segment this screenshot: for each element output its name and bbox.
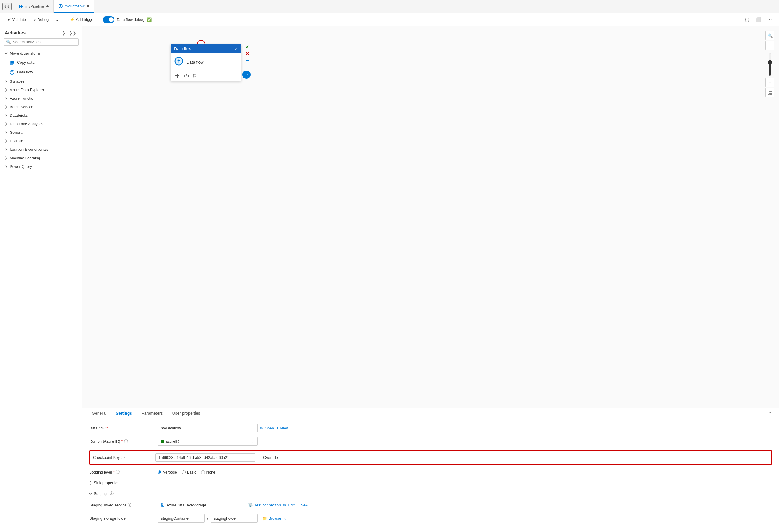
logging-basic-option[interactable]: Basic — [182, 470, 196, 474]
settings-collapse-button[interactable]: ⌃ — [766, 410, 774, 417]
test-connection-button[interactable]: 📡 Test connection — [248, 503, 281, 507]
data-flow-node[interactable]: Data flow ↗ Data flow — [171, 44, 241, 81]
override-checkbox[interactable] — [258, 456, 261, 459]
staging-info-icon[interactable]: ⓘ — [110, 491, 114, 496]
staging-label: Staging — [94, 491, 107, 496]
sidebar-item-data-flow[interactable]: Data flow ☰ — [0, 67, 82, 77]
tab-parameters[interactable]: Parameters — [137, 408, 167, 419]
toolbar-more-button[interactable]: ⋯ — [765, 15, 774, 24]
debug-label: Debug — [37, 17, 49, 22]
run-on-status-dot — [161, 440, 164, 443]
staging-linked-service-label: Staging linked service ⓘ — [89, 503, 154, 508]
debug-icon: ▷ — [33, 17, 36, 22]
layout-button[interactable]: ⬜ — [753, 15, 764, 24]
sidebar-section-ade-header[interactable]: ❯ Azure Data Explorer — [0, 85, 82, 94]
staging-header[interactable]: ❯ Staging ⓘ — [89, 490, 772, 497]
checkpoint-key-row: Checkpoint Key ⓘ Override — [89, 450, 772, 465]
browse-label: Browse — [268, 516, 281, 521]
canvas-search-button[interactable]: 🔍 — [766, 31, 774, 40]
browse-button[interactable]: 📁 Browse — [262, 516, 281, 521]
settings-panel: General Settings Parameters User propert… — [82, 408, 779, 532]
staging-select-chevron-icon: ⌄ — [240, 503, 243, 507]
sidebar-section-db-header[interactable]: ❯ Databricks — [0, 111, 82, 120]
sidebar-section-general-header[interactable]: ❯ General — [0, 128, 82, 137]
tab-user-properties[interactable]: User properties — [167, 408, 205, 419]
node-open-icon[interactable]: ↗ — [234, 47, 238, 51]
sidebar-section-general-label: General — [10, 130, 23, 135]
sidebar-item-data-flow-label: Data flow — [17, 70, 33, 74]
tab-pipeline[interactable]: myPipeline — [14, 0, 54, 13]
logging-info-icon[interactable]: ⓘ — [116, 469, 120, 475]
node-copy-button[interactable]: ⎘ — [193, 73, 197, 79]
data-flow-open-button[interactable]: ✏ Open — [260, 426, 274, 430]
sink-properties-header[interactable]: ❯ Sink properties — [89, 479, 772, 486]
sidebar-section-pq-header[interactable]: ❯ Power Query — [0, 162, 82, 171]
sidebar-section-af-header[interactable]: ❯ Azure Function — [0, 94, 82, 103]
node-arrow-button[interactable]: → — [242, 71, 250, 79]
checkpoint-info-icon[interactable]: ⓘ — [121, 455, 125, 460]
canvas-zoom-in-button[interactable]: + — [766, 41, 774, 50]
logging-level-label-text: Logging level — [89, 470, 112, 474]
dataflow-debug-toggle[interactable] — [103, 16, 114, 23]
search-input[interactable] — [13, 40, 76, 44]
chevron-db-icon: ❯ — [5, 114, 7, 117]
data-flow-select[interactable]: myDataflow ⌄ — [158, 424, 258, 433]
staging-new-button[interactable]: + New — [297, 503, 308, 507]
sidebar-section-synapse-header[interactable]: ❯ Synapse — [0, 77, 82, 85]
expand-tabs-button[interactable]: ❮❮ — [2, 3, 12, 10]
staging-folder-chevron-icon: ⌄ — [284, 516, 287, 521]
run-on-select[interactable]: azureIR ⌄ — [158, 437, 258, 446]
status-check-icon: ✔ — [246, 44, 249, 50]
logging-verbose-radio[interactable] — [158, 470, 162, 474]
staging-linked-service-info-icon[interactable]: ⓘ — [128, 503, 131, 508]
tab-settings[interactable]: Settings — [111, 408, 137, 419]
sidebar-section-bs-header[interactable]: ❯ Batch Service — [0, 103, 82, 111]
logging-verbose-option[interactable]: Verbose — [158, 470, 177, 474]
staging-edit-button[interactable]: ✏ Edit — [283, 503, 294, 507]
sidebar-item-copy-data[interactable]: Copy data ☰ — [0, 58, 82, 67]
debug-dropdown-button[interactable]: ⌄ — [53, 16, 62, 23]
zoom-slider[interactable] — [767, 52, 773, 76]
logging-none-option[interactable]: None — [201, 470, 216, 474]
sidebar-section-ic-header[interactable]: ❯ Iteration & conditionals — [0, 145, 82, 154]
logging-none-radio[interactable] — [201, 470, 205, 474]
debug-button[interactable]: ▷ Debug — [30, 16, 52, 23]
sidebar-section-synapse-label: Synapse — [10, 79, 25, 83]
checkpoint-key-label-text: Checkpoint Key — [93, 455, 120, 460]
tab-dataflow[interactable]: myDataflow — [54, 0, 94, 13]
run-on-info-icon[interactable]: ⓘ — [124, 439, 128, 444]
logging-basic-radio[interactable] — [182, 470, 186, 474]
sidebar-section-ml-header[interactable]: ❯ Machine Learning — [0, 154, 82, 162]
staging-linked-service-select[interactable]: 🗄 AzureDataLakeStorage ⌄ — [158, 501, 246, 509]
data-flow-new-button[interactable]: + New — [277, 426, 288, 430]
canvas-zoom-out-button[interactable]: − — [766, 78, 774, 87]
svg-rect-14 — [771, 93, 772, 94]
sidebar-collapse-button[interactable]: ❯ — [61, 30, 67, 36]
tab-dataflow-dot — [87, 5, 89, 7]
canvas[interactable]: Data flow ↗ Data flow — [82, 26, 779, 408]
node-delete-button[interactable]: 🗑 — [174, 73, 180, 79]
node-code-button[interactable]: </> — [182, 73, 190, 79]
logging-level-control: Verbose Basic None — [158, 470, 772, 474]
add-trigger-button[interactable]: ⚡ Add trigger — [67, 16, 98, 23]
tab-general[interactable]: General — [87, 408, 111, 419]
data-flow-new-label: New — [280, 426, 288, 430]
sidebar-section-dla-header[interactable]: ❯ Data Lake Analytics — [0, 120, 82, 128]
validate-button[interactable]: ✔ Validate — [5, 16, 29, 23]
sidebar-section-move-transform-header[interactable]: ❯ Move & transform — [0, 49, 82, 58]
staging-storage-folder-label: Staging storage folder — [89, 516, 154, 521]
staging-container-input[interactable] — [158, 514, 205, 523]
sidebar-hide-button[interactable]: ❯❯ — [68, 30, 77, 36]
toolbar: ✔ Validate ▷ Debug ⌄ ⚡ Add trigger Data … — [0, 13, 779, 26]
checkpoint-key-input[interactable] — [155, 453, 255, 462]
staging-folder-dropdown-button[interactable]: ⌄ — [284, 516, 287, 521]
logging-required-marker: * — [113, 470, 115, 474]
settings-content: Data flow * myDataflow ⌄ ✏ Open — [82, 419, 779, 532]
test-connection-label: Test connection — [254, 503, 281, 507]
sidebar-section-hdi-header[interactable]: ❯ HDInsight — [0, 137, 82, 145]
json-button[interactable]: { } — [743, 15, 752, 24]
staging-folder-input[interactable] — [211, 514, 258, 523]
canvas-fit-button[interactable] — [766, 88, 774, 97]
sidebar-item-copy-data-label: Copy data — [17, 60, 35, 65]
open-pencil-icon: ✏ — [260, 426, 263, 430]
